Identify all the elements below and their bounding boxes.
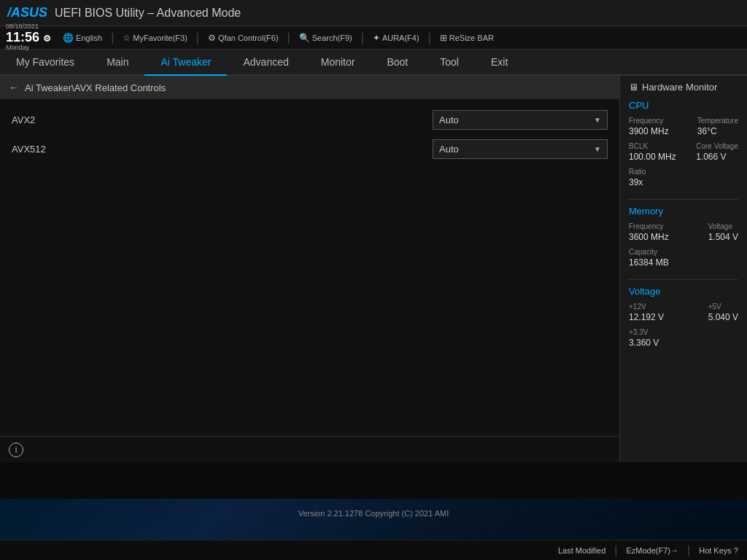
tab-favorites[interactable]: My Favorites (0, 50, 90, 76)
info-area: i (0, 436, 619, 462)
sep5: | (428, 31, 431, 44)
cpu-core-voltage-value: 1.066 V (696, 152, 738, 162)
voltage-12v-label: +12V (629, 303, 664, 311)
breadcrumb-back-button[interactable]: ← (9, 82, 19, 93)
monitor-icon: 🖥 (629, 82, 638, 93)
cpu-core-voltage-col: Core Voltage 1.066 V (696, 142, 738, 162)
toolbar-resizebar[interactable]: ⊞ ReSize BAR (436, 31, 498, 44)
cpu-bclk-voltage-row: BCLK 100.00 MHz Core Voltage 1.066 V (629, 142, 738, 162)
cpu-temperature-col: Temperature 36°C (697, 117, 738, 136)
memory-voltage-value: 1.504 V (708, 232, 738, 242)
voltage-12v-col: +12V 12.192 V (629, 303, 664, 322)
toolbar-myfavorite[interactable]: ☆ MyFavorite(F3) (118, 31, 192, 44)
avx512-setting-row: AVX512 Auto ▼ (0, 134, 619, 163)
bottom-actions-bar: Last Modified | EzMode(F7)→ | Hot Keys ? (0, 540, 747, 560)
cpu-bclk-label: BCLK (629, 142, 676, 150)
header-bar: /ASUS UEFI BIOS Utility – Advanced Mode (0, 0, 747, 26)
cpu-bclk-col: BCLK 100.00 MHz (629, 142, 676, 162)
cpu-ratio-col: Ratio 39x (629, 168, 646, 187)
tab-tool[interactable]: Tool (424, 50, 475, 76)
voltage-5v-value: 5.040 V (708, 312, 738, 322)
star-icon: ☆ (123, 33, 131, 43)
tab-ai-tweaker[interactable]: Ai Tweaker (144, 50, 227, 76)
settings-icon[interactable]: ⚙ (43, 34, 51, 44)
tab-exit[interactable]: Exit (475, 50, 524, 76)
avx2-dropdown[interactable]: Auto ▼ (433, 110, 608, 130)
toolbar-aura[interactable]: ✦ AURA(F4) (368, 31, 424, 44)
voltage-12v-5v-row: +12V 12.192 V +5V 5.040 V (629, 303, 738, 322)
voltage-5v-label: +5V (708, 303, 738, 311)
voltage-33v-value: 3.360 V (629, 338, 659, 348)
sep3: | (287, 31, 290, 44)
memory-voltage-col: Voltage 1.504 V (708, 222, 738, 242)
voltage-33v-row: +3.3V 3.360 V (629, 328, 738, 348)
memory-capacity-value: 16384 MB (629, 257, 669, 268)
avx512-dropdown[interactable]: Auto ▼ (433, 139, 608, 159)
resize-icon: ⊞ (440, 33, 447, 43)
voltage-33v-label: +3.3V (629, 328, 659, 336)
sep2: | (196, 31, 199, 44)
bottom-sep2: | (687, 544, 690, 557)
bottom-bar: Version 2.21.1278 Copyright (C) 2021 AMI… (0, 499, 747, 560)
asus-logo: /ASUS (7, 5, 47, 20)
time-value: 11:56 (6, 30, 39, 44)
cpu-frequency-col: Frequency 3900 MHz (629, 117, 669, 136)
toolbar-language[interactable]: 🌐 English (58, 31, 107, 44)
info-button[interactable]: i (9, 443, 23, 457)
left-panel: ← Ai Tweaker\AVX Related Controls AVX2 A… (0, 76, 619, 462)
cpu-ratio-row: Ratio 39x (629, 168, 738, 187)
memory-freq-voltage-row: Frequency 3600 MHz Voltage 1.504 V (629, 222, 738, 242)
memory-voltage-label: Voltage (708, 222, 738, 230)
aura-icon: ✦ (373, 33, 380, 43)
memory-frequency-col: Frequency 3600 MHz (629, 222, 669, 242)
cpu-section-title: CPU (629, 100, 738, 111)
cpu-core-voltage-label: Core Voltage (696, 142, 738, 150)
cpu-memory-divider (629, 199, 738, 200)
voltage-33v-col: +3.3V 3.360 V (629, 328, 659, 348)
memory-section-title: Memory (629, 206, 738, 217)
breadcrumb: ← Ai Tweaker\AVX Related Controls (0, 76, 619, 99)
tab-monitor[interactable]: Monitor (305, 50, 371, 76)
memory-capacity-col: Capacity 16384 MB (629, 248, 669, 268)
avx2-setting-row: AVX2 Auto ▼ (0, 105, 619, 134)
tab-advanced[interactable]: Advanced (227, 50, 304, 76)
toolbar-search[interactable]: 🔍 Search(F9) (295, 31, 357, 44)
sep1: | (111, 31, 114, 44)
avx512-control[interactable]: Auto ▼ (433, 139, 608, 159)
avx512-value: Auto (439, 144, 459, 155)
avx2-control[interactable]: Auto ▼ (433, 110, 608, 130)
memory-capacity-row: Capacity 16384 MB (629, 248, 738, 268)
bottom-sep1: | (614, 544, 617, 557)
voltage-12v-value: 12.192 V (629, 312, 664, 322)
avx2-dropdown-arrow: ▼ (594, 116, 601, 124)
cpu-ratio-value: 39x (629, 177, 646, 187)
toolbar-qfan[interactable]: ⚙ Qfan Control(F6) (204, 31, 283, 44)
tab-main[interactable]: Main (90, 50, 144, 76)
main-area: ← Ai Tweaker\AVX Related Controls AVX2 A… (0, 76, 747, 462)
voltage-section-title: Voltage (629, 286, 738, 297)
memory-capacity-label: Capacity (629, 248, 669, 256)
bios-title: UEFI BIOS Utility – Advanced Mode (55, 7, 241, 20)
settings-area: AVX2 Auto ▼ AVX512 Auto ▼ (0, 99, 619, 436)
ezmode-button[interactable]: EzMode(F7)→ (627, 546, 679, 555)
toolbar: 08/16/2021 11:56 ⚙ Monday 🌐 English | ☆ … (0, 26, 747, 50)
hardware-monitor-panel: 🖥 Hardware Monitor CPU Frequency 3900 MH… (619, 76, 747, 462)
bottom-decorative-bg: Version 2.21.1278 Copyright (C) 2021 AMI (0, 499, 747, 540)
cpu-ratio-label: Ratio (629, 168, 646, 176)
time-display: 11:56 ⚙ (6, 31, 51, 45)
cpu-temperature-label: Temperature (697, 117, 738, 125)
avx512-dropdown-arrow: ▼ (594, 145, 601, 153)
nav-bar: My Favorites Main Ai Tweaker Advanced Mo… (0, 50, 747, 76)
datetime: 08/16/2021 11:56 ⚙ Monday (6, 23, 51, 52)
cpu-frequency-label: Frequency (629, 117, 669, 125)
search-icon: 🔍 (299, 33, 310, 43)
hardware-monitor-title: 🖥 Hardware Monitor (629, 82, 738, 93)
globe-icon: 🌐 (63, 33, 74, 43)
hot-keys-button[interactable]: Hot Keys ? (699, 546, 738, 555)
tab-boot[interactable]: Boot (371, 50, 424, 76)
voltage-5v-col: +5V 5.040 V (708, 303, 738, 322)
memory-voltage-divider (629, 279, 738, 280)
version-text: Version 2.21.1278 Copyright (C) 2021 AMI (298, 509, 449, 518)
last-modified-button[interactable]: Last Modified (558, 546, 605, 555)
avx2-label: AVX2 (12, 114, 433, 125)
